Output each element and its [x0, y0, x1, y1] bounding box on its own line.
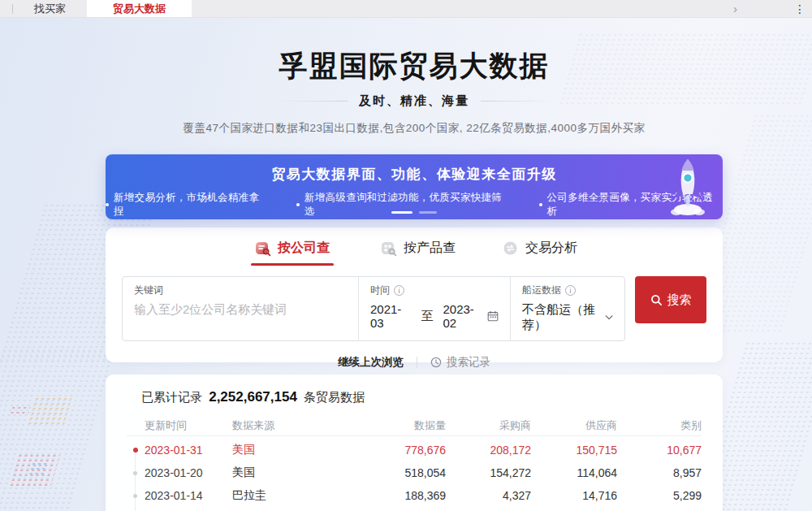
keyword-label: 关键词	[134, 284, 163, 297]
search-button[interactable]: 搜索	[635, 276, 706, 323]
data-table-card: 已累计记录 2,252,667,154 条贸易数据 更新时间 数据来源 数据量 …	[106, 375, 723, 511]
timeline-bullet	[133, 448, 138, 453]
quick-links: 继续上次浏览 搜索记录	[106, 355, 723, 370]
kebab-menu-icon[interactable]: ⋮	[794, 1, 806, 17]
cell-suppliers: 150,715	[531, 444, 617, 457]
cell-buyers: 208,172	[446, 444, 531, 457]
cell-suppliers: 14,716	[531, 489, 617, 502]
col-header-buyers: 采购商	[446, 418, 531, 433]
keyword-cell: 关键词	[123, 277, 358, 340]
col-header-categories: 类别	[617, 418, 702, 433]
date-to[interactable]: 2023-02	[443, 302, 485, 330]
info-icon[interactable]	[394, 285, 404, 296]
cell-date: 2023-01-31	[145, 444, 232, 457]
search-card: 按公司查 按产品查	[106, 227, 723, 362]
timeline-bullet	[133, 471, 137, 475]
trade-analysis-icon	[503, 240, 519, 257]
cell-categories: 8,957	[617, 466, 702, 479]
chevron-down-icon	[605, 314, 613, 321]
col-header-update-time: 更新时间	[145, 418, 232, 433]
tab-search-by-product[interactable]: 按产品查	[381, 240, 456, 266]
cell-volume: 518,054	[352, 466, 446, 479]
search-tabs: 按公司查 按产品查	[106, 240, 723, 266]
search-form: 关键词 时间 2021-03 至 2023-02	[122, 276, 706, 341]
cell-source: 巴拉圭	[232, 488, 352, 503]
keyword-input[interactable]	[134, 302, 347, 316]
shipping-select[interactable]: 不含船运（推荐）	[522, 302, 613, 333]
cell-volume: 778,676	[352, 444, 446, 457]
subtitle-line-right	[481, 101, 555, 102]
table-row[interactable]: 2023-01-14 厄瓜多尔 1,133,325 90,118 15,909 …	[127, 507, 702, 511]
chevron-right-icon[interactable]: ›	[733, 1, 737, 17]
carousel-indicator	[106, 211, 723, 214]
cell-categories: 10,677	[617, 444, 702, 457]
tab-trade-analysis[interactable]: 交易分析	[503, 240, 577, 266]
banner-bullet: 新增高级查询和过滤功能，优质买家快捷筛选	[296, 191, 512, 219]
banner-bullet: 新增交易分析，市场机会精准拿捏	[106, 191, 269, 219]
tab-label: 按公司查	[278, 240, 330, 257]
date-separator: 至	[421, 309, 434, 324]
table-body: 2023-01-31 美国 778,676 208,172 150,715 10…	[127, 439, 702, 511]
active-tab-underline	[251, 263, 334, 266]
tab-label: 按产品查	[404, 240, 456, 257]
hero-section: 孚盟国际贸易大数据 及时、精准、海量 覆盖47个国家进口数据和23国出口数据,包…	[106, 47, 723, 136]
cell-source: 美国	[232, 466, 352, 480]
continue-browsing-link[interactable]: 继续上次浏览	[338, 355, 404, 370]
cell-source: 美国	[232, 443, 352, 457]
search-form-box: 关键词 时间 2021-03 至 2023-02	[122, 276, 625, 341]
tab-search-by-company[interactable]: 按公司查	[251, 240, 334, 266]
table-row[interactable]: 2023-01-20 美国 518,054 154,272 114,064 8,…	[127, 461, 702, 484]
calendar-icon[interactable]	[487, 310, 499, 322]
cell-buyers: 4,327	[446, 489, 531, 502]
time-label: 时间	[370, 284, 390, 297]
col-header-data-source: 数据来源	[232, 418, 352, 433]
hero-description: 覆盖47个国家进口数据和23国出口数据,包含200个国家, 22亿条贸易数据,4…	[106, 121, 723, 136]
cell-date: 2023-01-20	[145, 466, 232, 479]
timeline-bullet	[133, 494, 137, 498]
map-dots-blue	[27, 461, 49, 476]
product-search-icon	[381, 240, 397, 257]
links-divider	[417, 357, 417, 368]
tab-trade-bigdata[interactable]: 贸易大数据	[87, 0, 192, 17]
stats-count: 2,252,667,154	[209, 389, 297, 405]
banner-title: 贸易大数据界面、功能、体验迎来全面升级	[106, 154, 723, 184]
banner-bullets: 新增交易分析，市场机会精准拿捏 新增高级查询和过滤功能，优质买家快捷筛选 公司多…	[106, 191, 723, 219]
tab-label: 交易分析	[525, 240, 577, 257]
search-icon	[650, 294, 663, 306]
cell-suppliers: 114,064	[531, 466, 617, 479]
subtitle-line-left	[273, 101, 348, 102]
time-cell: 时间 2021-03 至 2023-02	[358, 277, 510, 340]
rocket-icon	[664, 156, 711, 218]
info-icon[interactable]	[565, 285, 576, 296]
page-title: 孚盟国际贸易大数据	[106, 47, 723, 85]
clock-icon	[430, 357, 442, 368]
cell-categories: 5,299	[617, 489, 702, 502]
cell-buyers: 154,272	[446, 466, 531, 479]
map-dots-orange	[27, 396, 72, 424]
table-row[interactable]: 2023-01-14 巴拉圭 188,369 4,327 14,716 5,29…	[127, 484, 702, 507]
promo-banner[interactable]: 贸易大数据界面、功能、体验迎来全面升级 新增交易分析，市场机会精准拿捏 新增高级…	[106, 154, 723, 219]
col-header-data-volume: 数据量	[352, 418, 446, 433]
cell-volume: 188,369	[352, 489, 446, 502]
col-header-suppliers: 供应商	[531, 418, 617, 433]
company-search-icon	[255, 240, 271, 257]
map-dots-red-small	[8, 405, 31, 417]
page-subtitle: 及时、精准、海量	[359, 93, 469, 109]
shipping-cell: 船运数据 不含船运（推荐）	[510, 277, 624, 340]
timeline-line	[135, 450, 136, 511]
tab-find-buyers[interactable]: 找买家	[13, 0, 87, 17]
carousel-dot[interactable]	[419, 211, 437, 214]
carousel-dot-active[interactable]	[391, 211, 412, 214]
stats-prefix: 已累计记录	[141, 390, 202, 404]
shipping-label: 船运数据	[522, 284, 561, 297]
stats-line: 已累计记录 2,252,667,154 条贸易数据	[127, 375, 702, 405]
map-dots-red-cluster	[8, 453, 61, 489]
table-row[interactable]: 2023-01-31 美国 778,676 208,172 150,715 10…	[127, 439, 702, 461]
search-history-label: 搜索记录	[447, 355, 490, 370]
shipping-value: 不含船运（推荐）	[522, 302, 605, 333]
top-tab-bar: 找买家 贸易大数据 › ⋮	[0, 0, 812, 18]
search-button-label: 搜索	[667, 292, 692, 308]
cell-date: 2023-01-14	[145, 489, 232, 502]
date-from[interactable]: 2021-03	[370, 302, 412, 330]
search-history-link[interactable]: 搜索记录	[430, 355, 490, 370]
